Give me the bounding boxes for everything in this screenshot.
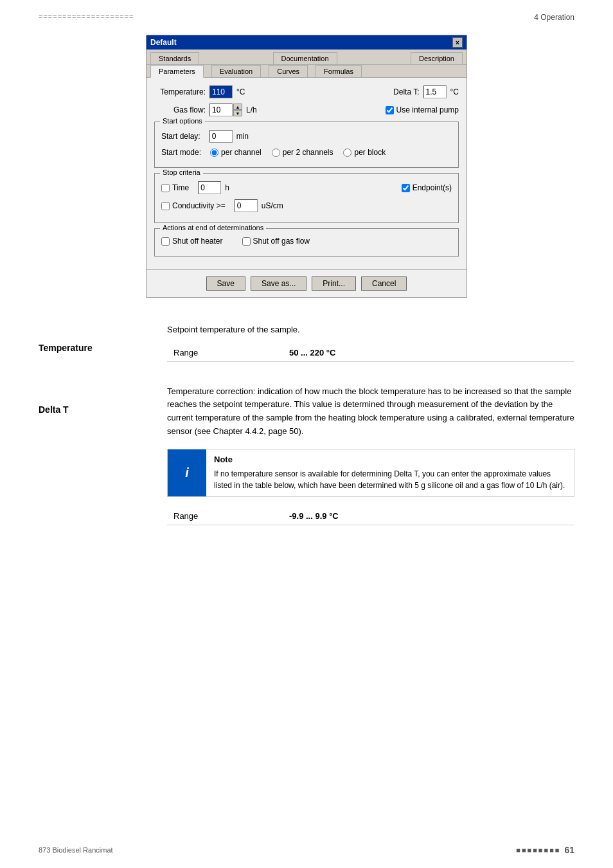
start-delay-row: Start delay: min — [161, 130, 452, 143]
start-mode-per-channel-radio[interactable] — [210, 149, 218, 157]
gas-flow-row: Gas flow: ▲ ▼ L/h Use internal pump — [154, 104, 459, 116]
shut-off-gas-flow-checkbox[interactable] — [242, 237, 251, 246]
header-section: 4 Operation — [534, 13, 574, 22]
close-button[interactable]: × — [452, 37, 463, 48]
range-label: Range — [167, 344, 283, 362]
delta-t-range-label: Range — [167, 507, 283, 525]
endpoint-label[interactable]: Endpoint(s) — [402, 183, 452, 192]
conductivity-label: Conductivity >= — [172, 201, 226, 210]
actions-row: Shut off heater Shut off gas flow — [161, 237, 452, 246]
note-icon: i — [168, 449, 206, 496]
spinner-down[interactable]: ▼ — [233, 110, 242, 116]
temperature-unit: °C — [236, 87, 245, 96]
footer-page-info: ■■■■■■■■ 61 — [516, 845, 574, 855]
time-unit: h — [225, 183, 229, 192]
gas-flow-input[interactable] — [209, 104, 233, 116]
header-dots: ==================== — [39, 13, 134, 21]
dialog-titlebar: Default × — [147, 35, 466, 50]
temperature-label: Temperature: — [154, 87, 206, 96]
time-label: Time — [172, 183, 189, 192]
endpoint-checkbox[interactable] — [402, 184, 410, 192]
tab-documentation[interactable]: Documentation — [273, 52, 337, 64]
spinner-up[interactable]: ▲ — [233, 104, 242, 110]
footer-page: 61 — [564, 845, 574, 855]
dialog-window: Default × Standards Documentation Descri… — [146, 35, 467, 298]
start-mode-per-2-channels[interactable]: per 2 channels — [272, 148, 333, 157]
start-mode-per-block[interactable]: per block — [343, 148, 386, 157]
temperature-range-table: Range 50 ... 220 °C — [167, 344, 574, 362]
endpoint-text: Endpoint(s) — [413, 183, 452, 192]
save-as-button[interactable]: Save as... — [251, 276, 306, 291]
start-mode-per-block-label: per block — [354, 148, 386, 157]
gas-flow-label: Gas flow: — [154, 105, 206, 114]
stop-criteria-group: Stop criteria Time h Endpoint(s) — [154, 173, 459, 223]
start-delay-unit: min — [236, 132, 249, 141]
tab-formulas[interactable]: Formulas — [315, 65, 362, 77]
start-options-group: Start options Start delay: min Start mod… — [154, 122, 459, 168]
stop-criteria-title: Stop criteria — [160, 168, 203, 176]
footer-product: 873 Biodiesel Rancimat — [39, 846, 113, 854]
time-checkbox-label[interactable]: Time — [161, 183, 189, 192]
conductivity-input[interactable] — [235, 199, 258, 212]
start-mode-row: Start mode: per channel per 2 channels — [161, 148, 452, 157]
tab-description[interactable]: Description — [411, 52, 463, 64]
delta-t-heading: Delta T — [39, 404, 167, 415]
shut-off-heater-text: Shut off heater — [172, 237, 223, 246]
use-internal-pump-checkbox[interactable] — [386, 106, 394, 114]
gas-flow-spinner: ▲ ▼ — [209, 104, 242, 116]
page-footer: 873 Biodiesel Rancimat ■■■■■■■■ 61 — [39, 845, 574, 855]
delta-t-label: Delta T: — [393, 87, 419, 96]
tab-curves[interactable]: Curves — [269, 65, 308, 77]
actions-group: Actions at end of determinations Shut of… — [154, 228, 459, 257]
shut-off-heater-label[interactable]: Shut off heater — [161, 237, 223, 246]
delta-t-section: Delta T Temperature correction: indicati… — [39, 385, 574, 538]
gas-flow-unit: L/h — [246, 105, 257, 114]
shut-off-heater-checkbox[interactable] — [161, 237, 170, 246]
tab-standards[interactable]: Standards — [150, 52, 199, 64]
delta-t-range-table: Range -9.9 ... 9.9 °C — [167, 507, 574, 525]
conductivity-row: Conductivity >= uS/cm — [161, 199, 452, 212]
shut-off-gas-flow-label[interactable]: Shut off gas flow — [242, 237, 310, 246]
temperature-input[interactable] — [209, 86, 233, 98]
print-button[interactable]: Print... — [312, 276, 356, 291]
tab-parameters[interactable]: Parameters — [150, 65, 204, 78]
note-text: If no temperature sensor is available fo… — [214, 468, 566, 491]
temperature-row: Temperature: °C Delta T: °C — [154, 86, 459, 98]
start-delay-input[interactable] — [209, 130, 233, 143]
note-content: Note If no temperature sensor is availab… — [206, 449, 574, 496]
delta-t-range-value: -9.9 ... 9.9 °C — [283, 507, 574, 525]
save-button[interactable]: Save — [206, 276, 245, 291]
temperature-description: Setpoint temperature of the sample. — [167, 323, 574, 336]
start-mode-per-channel[interactable]: per channel — [210, 148, 262, 157]
conductivity-checkbox[interactable] — [161, 202, 170, 210]
start-mode-per-channel-label: per channel — [221, 148, 262, 157]
footer-dots: ■■■■■■■■ — [516, 846, 560, 854]
use-internal-pump-text: Use internal pump — [396, 105, 459, 114]
time-checkbox[interactable] — [161, 184, 170, 192]
start-mode-per-2-channels-radio[interactable] — [272, 149, 280, 157]
temperature-range-value: 50 ... 220 °C — [283, 344, 574, 362]
info-icon: i — [185, 466, 189, 480]
delta-t-description: Temperature correction: indication of ho… — [167, 385, 574, 439]
shut-off-gas-flow-text: Shut off gas flow — [253, 237, 310, 246]
start-mode-options: per channel per 2 channels per block — [210, 148, 386, 157]
start-mode-per-block-radio[interactable] — [343, 149, 351, 157]
start-mode-label: Start mode: — [161, 148, 201, 157]
dialog-content: Temperature: °C Delta T: °C Gas flow: ▲ … — [147, 78, 466, 269]
temperature-heading: Temperature — [39, 343, 167, 353]
cancel-button[interactable]: Cancel — [361, 276, 407, 291]
start-options-title: Start options — [160, 117, 205, 125]
note-title: Note — [214, 455, 566, 464]
conductivity-checkbox-label[interactable]: Conductivity >= — [161, 201, 226, 210]
use-internal-pump-label[interactable]: Use internal pump — [386, 105, 459, 114]
tab-evaluation[interactable]: Evaluation — [211, 65, 261, 77]
delta-t-input[interactable] — [423, 86, 447, 98]
temperature-section: Temperature Setpoint temperature of the … — [39, 323, 574, 375]
start-mode-per-2-channels-label: per 2 channels — [283, 148, 333, 157]
delta-t-unit: °C — [450, 87, 459, 96]
note-box: i Note If no temperature sensor is avail… — [167, 449, 574, 497]
time-row: Time h Endpoint(s) — [161, 181, 452, 194]
dialog-title: Default — [150, 38, 177, 47]
time-input[interactable] — [198, 181, 221, 194]
start-delay-label: Start delay: — [161, 132, 200, 141]
